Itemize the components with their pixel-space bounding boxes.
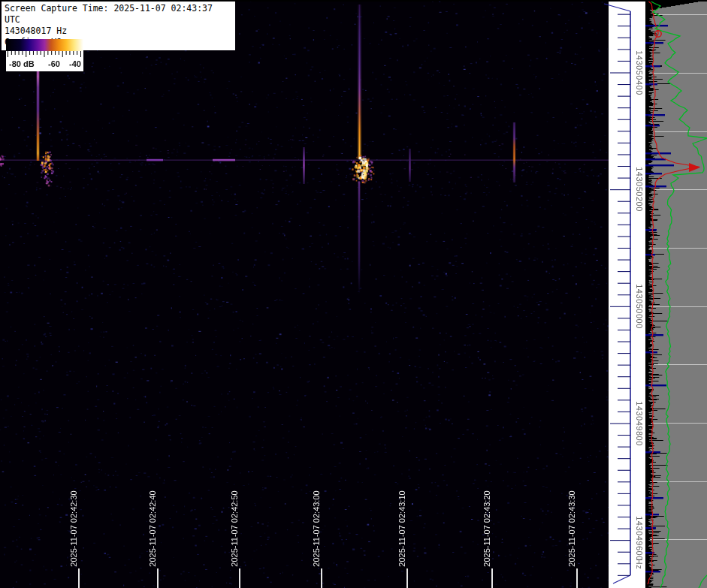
time-axis-label: 2025-11-07 02:42:40 [148,490,157,566]
time-axis-label: 2025-11-07 02:43:10 [397,490,406,566]
frequency-axis-label: 143049600 [635,516,644,561]
time-axis-tick [406,568,408,588]
waterfall-spectrogram [0,0,609,588]
time-axis-label: 2025-11-07 02:43:00 [312,490,321,566]
time-axis-label: 2025-11-07 02:43:30 [567,490,576,566]
color-scale-label: -60 [48,59,60,68]
frequency-axis-label: 143049800 [635,401,644,446]
time-axis-tick [576,568,578,588]
frequency-axis-label: 143050400 [635,50,644,95]
time-axis-tick [157,568,159,588]
color-scale-ticks [6,51,83,59]
color-scale-label: -80 dB [9,59,35,68]
frequency-axis-label: 143050200 [635,167,644,212]
frequency-axis-label: Hz [635,559,644,569]
time-axis-label: 2025-11-07 02:43:20 [482,490,491,566]
time-axis-tick [491,568,493,588]
time-axis-label: 2025-11-07 02:42:50 [230,490,239,566]
time-axis-tick [321,568,322,588]
color-scale-gradient [6,39,83,51]
spectrum-graph-panel [645,0,707,588]
window-top-border [0,0,707,2]
capture-frequency-text: 143048017 Hz [5,26,232,37]
color-scale-label: -40 [69,59,81,68]
spectrum-capture-window: Screen Capture Time: 2025-11-07 02:43:37… [0,0,707,588]
time-axis-tick [239,568,240,588]
time-axis-tick [78,568,80,588]
color-scale: -80 dB-60-40 [6,39,83,71]
capture-time-text: Screen Capture Time: 2025-11-07 02:43:37… [5,3,232,26]
frequency-axis-label: 143050000 [635,284,644,329]
time-axis-label: 2025-11-07 02:42:30 [69,490,78,566]
